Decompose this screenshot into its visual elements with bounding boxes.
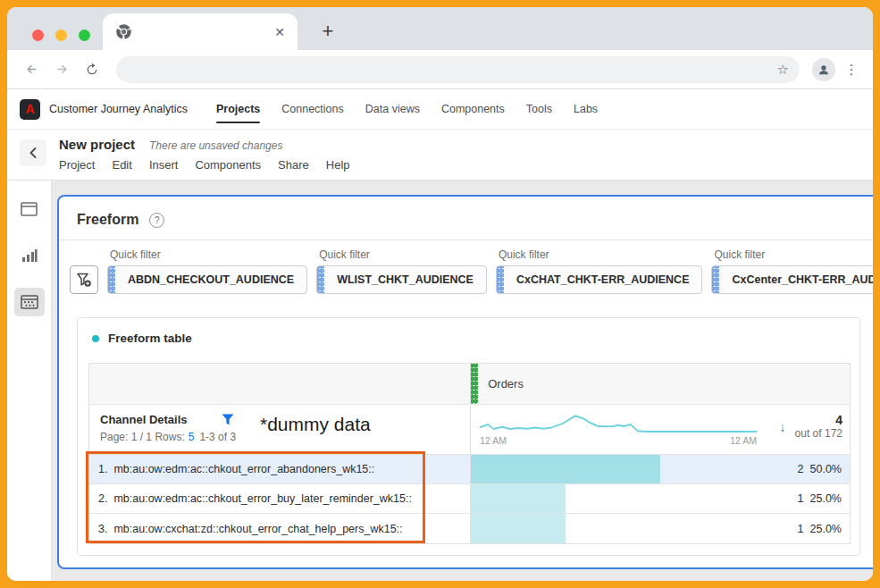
filter-add-icon <box>76 272 92 288</box>
quick-filter-label: Quick filter <box>499 248 703 261</box>
metric-value: 2 <box>798 463 804 475</box>
menu-project[interactable]: Project <box>59 158 95 172</box>
filter-chip-value: CxCenter_CHKT-ERR_AUDIENCE <box>719 266 873 293</box>
adobe-logo[interactable]: A <box>20 99 40 120</box>
help-icon[interactable]: ? <box>149 213 164 228</box>
column-filter-icon[interactable] <box>222 414 234 425</box>
row-range: 1-3 of 3 <box>199 431 236 443</box>
filter-chip[interactable]: WLIST_CHKT_AUDIENCE <box>316 265 487 294</box>
app-nav: A Customer Journey Analytics Projects Co… <box>7 89 873 130</box>
drag-handle-icon[interactable] <box>317 266 324 293</box>
freeform-panel: Freeform ? Quick filter <box>57 195 873 569</box>
nav-item-labs[interactable]: Labs <box>574 89 598 129</box>
menu-help[interactable]: Help <box>326 158 350 172</box>
panels-icon[interactable] <box>14 195 45 223</box>
visualization-dot-icon <box>92 335 99 342</box>
browser-tab[interactable]: ✕ <box>103 13 298 50</box>
project-menubar: Project Edit Insert Components Share Hel… <box>59 158 350 172</box>
dimension-value: mb:au:ow:edm:ac::chkout_error_buy_later_… <box>113 492 412 505</box>
components-table-icon[interactable] <box>14 288 45 316</box>
metric-total-context: out of 172 <box>795 427 842 440</box>
metric-name: Orders <box>478 377 524 391</box>
freeform-table-visualization: Freeform table Orders <box>77 317 860 556</box>
metric-summary-cell: 12 AM 12 AM ↓ 4 out of 172 <box>471 405 850 454</box>
visualizations-icon[interactable] <box>14 241 45 270</box>
metric-percent: 25.0% <box>810 523 842 535</box>
value-bar <box>471 514 566 543</box>
table-row[interactable]: 1. mb:au:ow:edm:ac::chkout_error_abandon… <box>89 455 850 484</box>
back-icon[interactable] <box>20 58 43 81</box>
collapse-left-panel-button[interactable] <box>20 139 46 166</box>
chevron-left-icon <box>29 147 38 158</box>
filter-chip-value: CxCHAT_CHKT-ERR_AUDIENCE <box>504 266 702 293</box>
filter-chip[interactable]: CxCenter_CHKT-ERR_AUDIENCE <box>711 265 873 294</box>
drag-handle-icon[interactable] <box>108 266 115 293</box>
metric-drag-handle-icon[interactable] <box>471 364 478 404</box>
close-window-button[interactable] <box>32 29 44 41</box>
row-number: 3. <box>98 523 107 535</box>
filter-chip-value: WLIST_CHKT_AUDIENCE <box>324 266 486 293</box>
nav-item-connections[interactable]: Connections <box>281 89 344 129</box>
browser-menu-icon[interactable]: ⋮ <box>842 58 860 81</box>
forward-icon[interactable] <box>50 58 73 81</box>
menu-share[interactable]: Share <box>278 158 309 172</box>
pagination: Page: 1 / 1 Rows:51-3 of 3 <box>100 431 459 443</box>
nav-item-projects[interactable]: Projects <box>216 89 260 129</box>
filter-chip[interactable]: CxCHAT_CHKT-ERR_AUDIENCE <box>496 265 703 294</box>
left-rail <box>7 181 52 581</box>
product-name: Customer Journey Analytics <box>49 103 188 115</box>
workspace-canvas: Freeform ? Quick filter <box>52 181 873 581</box>
orders-sparkline <box>480 412 757 437</box>
adobe-logo-letter: A <box>25 103 34 115</box>
row-number: 2. <box>98 492 107 505</box>
filter-chip[interactable]: ABDN_CHECKOUT_AUDIENCE <box>107 265 307 294</box>
nav-item-components[interactable]: Components <box>441 89 505 129</box>
rows-per-page-select[interactable]: 5 <box>189 431 195 443</box>
freeform-table: Orders Channel Details <box>88 363 851 544</box>
menu-edit[interactable]: Edit <box>112 158 131 172</box>
quick-filter-1: Quick filter ABDN_CHECKOUT_AUDIENCE <box>107 248 307 294</box>
menu-components[interactable]: Components <box>195 158 261 172</box>
project-header: New project There are unsaved changes Pr… <box>7 130 873 180</box>
quick-filter-2: Quick filter WLIST_CHKT_AUDIENCE <box>316 248 487 294</box>
menu-insert[interactable]: Insert <box>149 158 179 172</box>
profile-avatar[interactable] <box>812 58 835 81</box>
tab-strip: ✕ + <box>7 7 873 50</box>
metric-percent: 50.0% <box>810 463 842 475</box>
table-dimension-header-row: Channel Details Page: 1 / 1 Rows:51-3 of… <box>89 405 850 455</box>
metric-header-cell[interactable]: Orders <box>471 364 850 404</box>
quick-filter-label: Quick filter <box>714 248 873 261</box>
page-info: Page: 1 / 1 Rows: <box>100 431 185 443</box>
person-icon <box>817 63 831 77</box>
maximize-window-button[interactable] <box>79 29 90 41</box>
drag-handle-icon[interactable] <box>712 266 719 293</box>
workspace: Freeform ? Quick filter <box>7 180 873 581</box>
tab-close-icon[interactable]: ✕ <box>274 26 285 38</box>
table-row[interactable]: 2. mb:au:ow:edm:ac::chkout_error_buy_lat… <box>89 484 850 514</box>
metric-value: 1 <box>798 523 804 535</box>
drag-handle-icon[interactable] <box>497 266 504 293</box>
sparkline-end-label: 12 AM <box>730 435 757 446</box>
address-bar[interactable]: ☆ <box>116 56 800 83</box>
bookmark-star-icon[interactable]: ☆ <box>777 62 789 78</box>
project-title: New project <box>59 137 135 152</box>
quick-filter-label: Quick filter <box>319 248 487 261</box>
sparkline-start-label: 12 AM <box>480 435 507 446</box>
browser-window: ✕ + ☆ ⋮ A Customer Journey Analytics <box>7 7 873 581</box>
new-tab-button[interactable]: + <box>314 18 341 45</box>
sort-descending-icon[interactable]: ↓ <box>780 420 786 434</box>
add-filter-button[interactable] <box>70 265 98 294</box>
table-row[interactable]: 3. mb:au:ow:cxchat:zd::chkout_error_chat… <box>89 514 850 543</box>
dimension-header-cell: Channel Details Page: 1 / 1 Rows:51-3 of… <box>89 405 471 454</box>
unsaved-changes-status: There are unsaved changes <box>149 139 282 152</box>
value-bar <box>471 455 660 483</box>
app-nav-items: Projects Connections Data views Componen… <box>216 89 598 129</box>
minimize-window-button[interactable] <box>55 29 67 41</box>
reload-icon[interactable] <box>80 58 104 81</box>
metric-value: 1 <box>798 492 804 505</box>
nav-item-tools[interactable]: Tools <box>526 89 552 129</box>
window-controls <box>32 29 90 41</box>
row-number: 1. <box>98 463 107 475</box>
dimension-value: mb:au:ow:edm:ac::chkout_error_abandoners… <box>113 463 374 475</box>
nav-item-data-views[interactable]: Data views <box>365 89 420 129</box>
